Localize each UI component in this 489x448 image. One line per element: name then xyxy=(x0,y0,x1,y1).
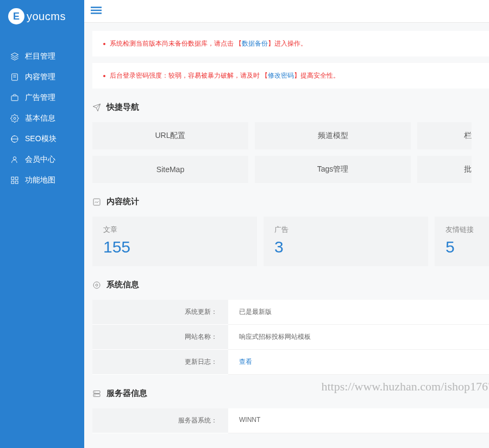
stat-card-links[interactable]: 友情链接 5 xyxy=(435,217,489,266)
briefcase-icon xyxy=(10,93,20,102)
sidebar-item-members[interactable]: 会员中心 xyxy=(0,149,84,170)
alert-text: 】进入操作。 xyxy=(268,40,307,47)
changelog-link[interactable]: 查看 xyxy=(239,358,252,365)
quicknav-url-config[interactable]: URL配置 xyxy=(92,122,248,149)
info-row: 服务器系统： WINNT xyxy=(92,408,489,433)
section-title: 系统信息 xyxy=(106,280,139,290)
svg-rect-21 xyxy=(93,394,100,396)
info-value: 已是最新版 xyxy=(228,300,489,325)
sidebar-item-content[interactable]: 内容管理 xyxy=(0,67,84,87)
quicknav-channel-model[interactable]: 频道模型 xyxy=(255,122,411,149)
svg-rect-14 xyxy=(91,12,102,14)
alert-link-backup[interactable]: 数据备份 xyxy=(242,40,268,47)
alert-text: 系统检测当前版本尚未备份数据库，请点击 【 xyxy=(110,40,242,47)
alert-password: 后台登录密码强度：较弱，容易被暴力破解，请及时 【修改密码】提高安全性。 xyxy=(92,63,489,89)
sidebar-item-columns[interactable]: 栏目管理 xyxy=(0,46,84,67)
hamburger-icon[interactable] xyxy=(91,5,102,17)
section-title: 快捷导航 xyxy=(106,102,139,112)
svg-rect-13 xyxy=(91,10,102,11)
target-icon xyxy=(10,135,20,143)
quicknav-item-partial[interactable]: 栏 xyxy=(417,122,472,149)
section-title: 内容统计 xyxy=(106,197,139,207)
sidebar-item-ads[interactable]: 广告管理 xyxy=(0,87,84,108)
alert-link-password[interactable]: 修改密码 xyxy=(268,72,294,79)
nav-label: SEO模块 xyxy=(25,134,57,144)
layers-icon xyxy=(10,52,20,61)
nav-label: 会员中心 xyxy=(25,155,55,165)
file-icon xyxy=(10,73,20,81)
svg-point-23 xyxy=(95,395,95,395)
info-label: 系统更新： xyxy=(92,300,228,325)
svg-point-7 xyxy=(13,157,16,160)
quicknav-sitemap[interactable]: SiteMap xyxy=(92,156,248,183)
info-label: 网站名称： xyxy=(92,325,228,350)
info-row: 系统更新： 已是最新版 xyxy=(92,300,489,325)
sidebar: E youcms 栏目管理 内容管理 广告管理 基本信息 xyxy=(0,0,84,448)
stat-card-ads[interactable]: 广告 3 xyxy=(264,217,428,266)
sidebar-item-basic[interactable]: 基本信息 xyxy=(0,108,84,129)
stat-label: 友情链接 xyxy=(446,225,478,235)
sidebar-nav: 栏目管理 内容管理 广告管理 基本信息 SEO模块 会员中心 xyxy=(0,35,84,191)
section-quicknav: 快捷导航 URL配置 频道模型 栏 SiteMap Tags管理 批 xyxy=(92,102,489,183)
info-value: WINNT xyxy=(228,408,489,433)
bullet-icon xyxy=(103,75,105,77)
stat-value: 5 xyxy=(446,238,478,256)
nav-label: 广告管理 xyxy=(25,93,55,103)
sidebar-item-seo[interactable]: SEO模块 xyxy=(0,129,84,149)
section-sysinfo: 系统信息 系统更新： 已是最新版 网站名称： 响应式招标投标网站模板 更新日志：… xyxy=(92,280,489,375)
sidebar-item-sitemap[interactable]: 功能地图 xyxy=(0,170,84,191)
svg-rect-11 xyxy=(15,181,18,184)
svg-point-19 xyxy=(93,282,100,288)
svg-rect-4 xyxy=(11,96,18,101)
send-icon xyxy=(92,103,102,112)
nav-label: 内容管理 xyxy=(25,72,55,82)
svg-point-5 xyxy=(14,117,16,119)
stat-card-articles[interactable]: 文章 155 xyxy=(92,217,257,266)
bullet-icon xyxy=(103,43,105,45)
brand-name: youcms xyxy=(27,10,66,23)
section-stats: 内容统计 文章 155 广告 3 友情链接 5 xyxy=(92,197,489,266)
quicknav-item-partial[interactable]: 批 xyxy=(417,156,472,183)
svg-marker-0 xyxy=(11,53,18,56)
svg-rect-9 xyxy=(15,177,18,180)
grid-icon xyxy=(10,176,20,185)
stat-value: 3 xyxy=(274,238,417,256)
alert-text: 后台登录密码强度：较弱，容易被暴力破解，请及时 【 xyxy=(110,72,268,79)
user-icon xyxy=(10,155,20,164)
info-label: 更新日志： xyxy=(92,350,228,375)
nav-label: 栏目管理 xyxy=(25,52,55,61)
svg-point-22 xyxy=(95,392,95,392)
section-serverinfo: 服务器信息 服务器系统： WINNT xyxy=(92,388,489,433)
alert-backup: 系统检测当前版本尚未备份数据库，请点击 【数据备份】进入操作。 xyxy=(92,31,489,56)
info-value: 响应式招标投标网站模板 xyxy=(228,325,489,350)
stat-label: 广告 xyxy=(274,225,417,235)
nav-label: 基本信息 xyxy=(25,113,55,123)
chart-icon xyxy=(92,197,102,207)
server-icon xyxy=(92,389,102,399)
svg-point-18 xyxy=(96,284,98,286)
main-content: 系统检测当前版本尚未备份数据库，请点击 【数据备份】进入操作。 后台登录密码强度… xyxy=(84,0,489,448)
settings-icon xyxy=(92,280,102,290)
info-row: 网站名称： 响应式招标投标网站模板 xyxy=(92,325,489,350)
gear-icon xyxy=(10,114,20,123)
svg-rect-8 xyxy=(11,177,14,180)
nav-label: 功能地图 xyxy=(25,175,55,185)
svg-rect-12 xyxy=(91,7,102,8)
quicknav-tags[interactable]: Tags管理 xyxy=(255,156,411,183)
svg-rect-20 xyxy=(93,390,100,393)
info-label: 服务器系统： xyxy=(92,408,228,433)
brand-icon: E xyxy=(8,8,24,24)
section-title: 服务器信息 xyxy=(106,388,147,399)
alert-text: 】提高安全性。 xyxy=(294,72,340,79)
topbar xyxy=(84,0,489,23)
stat-value: 155 xyxy=(103,238,246,256)
svg-rect-10 xyxy=(11,181,14,184)
stat-label: 文章 xyxy=(103,225,246,235)
info-row: 更新日志： 查看 xyxy=(92,350,489,375)
brand-logo[interactable]: E youcms xyxy=(0,0,84,35)
